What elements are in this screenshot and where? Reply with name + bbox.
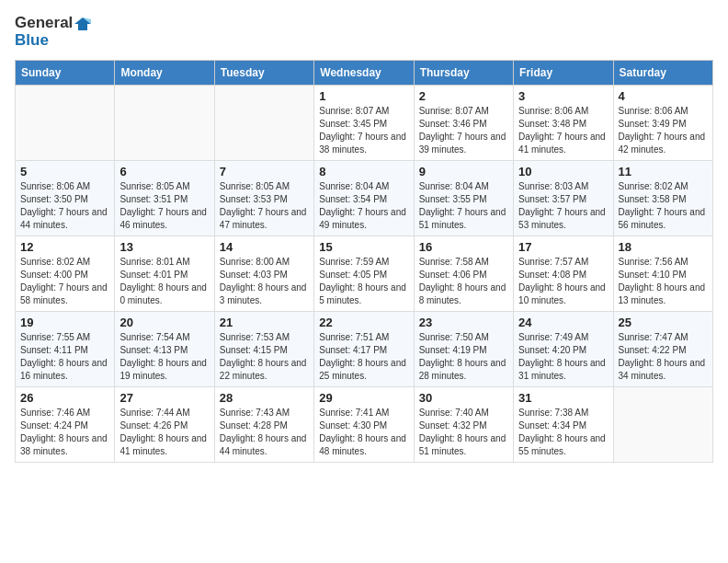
day-info: Sunrise: 7:41 AMSunset: 4:30 PMDaylight:…	[319, 407, 408, 458]
day-number: 29	[319, 391, 408, 405]
calendar-cell: 13Sunrise: 8:01 AMSunset: 4:01 PMDayligh…	[115, 236, 214, 312]
day-info: Sunrise: 8:06 AMSunset: 3:48 PMDaylight:…	[518, 105, 608, 156]
day-number: 7	[220, 165, 309, 178]
calendar-cell: 1Sunrise: 8:07 AMSunset: 3:45 PMDaylight…	[314, 86, 414, 161]
calendar-cell: 26Sunrise: 7:46 AMSunset: 4:24 PMDayligh…	[16, 387, 115, 463]
day-info: Sunrise: 7:44 AMSunset: 4:26 PMDaylight:…	[119, 407, 209, 458]
calendar-cell: 28Sunrise: 7:43 AMSunset: 4:28 PMDayligh…	[214, 387, 313, 463]
day-info: Sunrise: 7:58 AMSunset: 4:06 PMDaylight:…	[419, 256, 508, 307]
calendar-cell	[16, 86, 115, 161]
day-number: 10	[518, 165, 608, 178]
day-number: 26	[20, 391, 109, 405]
calendar-cell: 3Sunrise: 8:06 AMSunset: 3:48 PMDaylight…	[514, 86, 613, 161]
day-number: 22	[319, 316, 408, 329]
day-info: Sunrise: 8:06 AMSunset: 3:50 PMDaylight:…	[20, 180, 109, 232]
day-number: 21	[220, 316, 309, 329]
calendar-cell: 8Sunrise: 8:04 AMSunset: 3:54 PMDaylight…	[314, 161, 414, 236]
logo-general: General	[15, 14, 73, 31]
day-info: Sunrise: 7:38 AMSunset: 4:34 PMDaylight:…	[518, 407, 608, 458]
day-info: Sunrise: 8:01 AMSunset: 4:01 PMDaylight:…	[119, 256, 209, 307]
day-number: 16	[419, 240, 508, 254]
day-info: Sunrise: 8:07 AMSunset: 3:46 PMDaylight:…	[419, 105, 508, 156]
calendar-cell: 7Sunrise: 8:05 AMSunset: 3:53 PMDaylight…	[214, 161, 313, 236]
calendar-week-row: 19Sunrise: 7:55 AMSunset: 4:11 PMDayligh…	[16, 312, 713, 387]
day-info: Sunrise: 7:53 AMSunset: 4:15 PMDaylight:…	[220, 331, 309, 383]
day-info: Sunrise: 8:04 AMSunset: 3:55 PMDaylight:…	[419, 180, 508, 232]
calendar-cell: 12Sunrise: 8:02 AMSunset: 4:00 PMDayligh…	[16, 236, 115, 312]
day-info: Sunrise: 7:56 AMSunset: 4:10 PMDaylight:…	[619, 256, 708, 307]
calendar-cell: 10Sunrise: 8:03 AMSunset: 3:57 PMDayligh…	[514, 161, 613, 236]
calendar-cell: 6Sunrise: 8:05 AMSunset: 3:51 PMDaylight…	[115, 161, 214, 236]
day-info: Sunrise: 8:07 AMSunset: 3:45 PMDaylight:…	[319, 105, 408, 156]
day-info: Sunrise: 7:59 AMSunset: 4:05 PMDaylight:…	[319, 256, 408, 307]
weekday-header-wednesday: Wednesday	[314, 61, 414, 86]
calendar-cell: 5Sunrise: 8:06 AMSunset: 3:50 PMDaylight…	[16, 161, 115, 236]
day-number: 24	[518, 316, 608, 329]
day-number: 14	[220, 240, 309, 254]
calendar-cell: 15Sunrise: 7:59 AMSunset: 4:05 PMDayligh…	[314, 236, 414, 312]
calendar-cell: 22Sunrise: 7:51 AMSunset: 4:17 PMDayligh…	[314, 312, 414, 387]
day-info: Sunrise: 8:05 AMSunset: 3:53 PMDaylight:…	[220, 180, 309, 232]
day-info: Sunrise: 7:50 AMSunset: 4:19 PMDaylight:…	[419, 331, 508, 383]
day-info: Sunrise: 7:54 AMSunset: 4:13 PMDaylight:…	[119, 331, 209, 383]
calendar-week-row: 5Sunrise: 8:06 AMSunset: 3:50 PMDaylight…	[16, 161, 713, 236]
calendar-cell	[115, 86, 214, 161]
day-info: Sunrise: 8:02 AMSunset: 4:00 PMDaylight:…	[20, 256, 109, 307]
calendar-cell: 9Sunrise: 8:04 AMSunset: 3:55 PMDaylight…	[414, 161, 513, 236]
day-number: 15	[319, 240, 408, 254]
day-number: 25	[619, 316, 708, 329]
day-number: 1	[319, 89, 408, 103]
calendar-table: SundayMondayTuesdayWednesdayThursdayFrid…	[15, 60, 713, 463]
calendar-cell: 27Sunrise: 7:44 AMSunset: 4:26 PMDayligh…	[115, 387, 214, 463]
day-info: Sunrise: 7:55 AMSunset: 4:11 PMDaylight:…	[20, 331, 109, 383]
calendar-cell	[613, 387, 712, 463]
day-info: Sunrise: 7:57 AMSunset: 4:08 PMDaylight:…	[518, 256, 608, 307]
calendar-cell: 2Sunrise: 8:07 AMSunset: 3:46 PMDaylight…	[414, 86, 513, 161]
weekday-header-thursday: Thursday	[414, 61, 513, 86]
calendar-cell: 17Sunrise: 7:57 AMSunset: 4:08 PMDayligh…	[514, 236, 613, 312]
page-header: General Blue	[15, 15, 713, 49]
weekday-header-friday: Friday	[514, 61, 613, 86]
logo: General Blue	[15, 15, 91, 49]
day-number: 8	[319, 165, 408, 178]
calendar-cell: 4Sunrise: 8:06 AMSunset: 3:49 PMDaylight…	[613, 86, 712, 161]
day-info: Sunrise: 8:02 AMSunset: 3:58 PMDaylight:…	[619, 180, 708, 232]
day-number: 2	[419, 89, 508, 103]
weekday-header-monday: Monday	[115, 61, 214, 86]
calendar-cell: 21Sunrise: 7:53 AMSunset: 4:15 PMDayligh…	[214, 312, 313, 387]
day-number: 31	[518, 391, 608, 405]
day-number: 4	[619, 89, 708, 103]
day-number: 18	[619, 240, 708, 254]
logo-text: General Blue	[15, 15, 91, 49]
day-number: 9	[419, 165, 508, 178]
calendar-cell: 25Sunrise: 7:47 AMSunset: 4:22 PMDayligh…	[613, 312, 712, 387]
day-number: 6	[119, 165, 209, 178]
day-number: 30	[419, 391, 508, 405]
logo-blue: Blue	[15, 31, 49, 49]
calendar-cell: 16Sunrise: 7:58 AMSunset: 4:06 PMDayligh…	[414, 236, 513, 312]
weekday-header-row: SundayMondayTuesdayWednesdayThursdayFrid…	[16, 61, 713, 86]
day-info: Sunrise: 8:00 AMSunset: 4:03 PMDaylight:…	[220, 256, 309, 307]
day-info: Sunrise: 7:40 AMSunset: 4:32 PMDaylight:…	[419, 407, 508, 458]
calendar-cell: 11Sunrise: 8:02 AMSunset: 3:58 PMDayligh…	[613, 161, 712, 236]
calendar-week-row: 12Sunrise: 8:02 AMSunset: 4:00 PMDayligh…	[16, 236, 713, 312]
calendar-cell: 18Sunrise: 7:56 AMSunset: 4:10 PMDayligh…	[613, 236, 712, 312]
calendar-cell	[214, 86, 313, 161]
day-info: Sunrise: 7:43 AMSunset: 4:28 PMDaylight:…	[220, 407, 309, 458]
day-number: 20	[119, 316, 209, 329]
weekday-header-saturday: Saturday	[613, 61, 712, 86]
calendar-cell: 30Sunrise: 7:40 AMSunset: 4:32 PMDayligh…	[414, 387, 513, 463]
calendar-cell: 24Sunrise: 7:49 AMSunset: 4:20 PMDayligh…	[514, 312, 613, 387]
day-info: Sunrise: 8:05 AMSunset: 3:51 PMDaylight:…	[119, 180, 209, 232]
calendar-cell: 19Sunrise: 7:55 AMSunset: 4:11 PMDayligh…	[16, 312, 115, 387]
weekday-header-sunday: Sunday	[16, 61, 115, 86]
day-number: 13	[119, 240, 209, 254]
day-info: Sunrise: 7:51 AMSunset: 4:17 PMDaylight:…	[319, 331, 408, 383]
day-number: 11	[619, 165, 708, 178]
calendar-cell: 31Sunrise: 7:38 AMSunset: 4:34 PMDayligh…	[514, 387, 613, 463]
calendar-cell: 29Sunrise: 7:41 AMSunset: 4:30 PMDayligh…	[314, 387, 414, 463]
day-info: Sunrise: 7:46 AMSunset: 4:24 PMDaylight:…	[20, 407, 109, 458]
day-number: 5	[20, 165, 109, 178]
day-number: 28	[220, 391, 309, 405]
day-info: Sunrise: 8:06 AMSunset: 3:49 PMDaylight:…	[619, 105, 708, 156]
